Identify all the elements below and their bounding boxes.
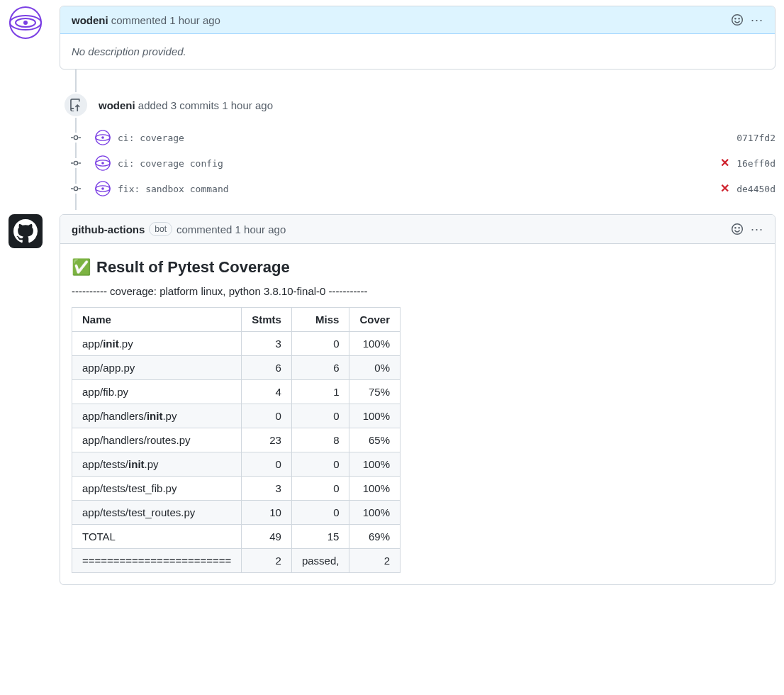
cell-cover: 0% [349, 356, 401, 380]
cell-miss: 0 [291, 332, 349, 356]
kebab-icon[interactable]: ··· [751, 13, 763, 26]
table-row: app/handlers/routes.py23865% [72, 428, 401, 452]
commit-message[interactable]: fix: sandbox command [118, 184, 229, 194]
cell-stmts: 6 [242, 356, 292, 380]
svg-point-3 [23, 21, 28, 25]
commit-avatar[interactable] [95, 155, 111, 171]
no-description-text: No description provided. [72, 45, 186, 57]
cell-cover: 100% [349, 477, 401, 501]
repo-push-icon [63, 92, 89, 118]
table-row: TOTAL491569% [72, 525, 401, 549]
cell-miss: 0 [291, 477, 349, 501]
avatar[interactable] [9, 214, 43, 248]
svg-point-7 [74, 135, 77, 139]
push-event: wodeni added 3 commits 1 hour ago [60, 92, 775, 118]
cell-stmts: 0 [242, 404, 292, 428]
commit-sha[interactable]: de4450d [737, 184, 775, 194]
comment-body: ✅ Result of Pytest Coverage ---------- c… [60, 244, 775, 584]
comment-header: github-actions bot commented 1 hour ago … [60, 215, 775, 244]
cell-cover: 2 [349, 549, 401, 573]
commit-row: ci: coverage0717fd2 [60, 125, 775, 150]
cell-miss: 6 [291, 356, 349, 380]
event-time: 1 hour ago [222, 99, 273, 111]
svg-point-12 [101, 136, 104, 139]
table-row: app/handlers/init.py00100% [72, 404, 401, 428]
commit-icon [71, 133, 81, 143]
coverage-table: Name Stmts Miss Cover app/init.py30100%a… [72, 307, 401, 573]
col-name: Name [72, 308, 242, 332]
status-fail-icon[interactable]: ✕ [720, 157, 729, 169]
event-author[interactable]: wodeni [99, 99, 135, 111]
event-text: added 3 commits [138, 99, 219, 111]
col-stmts: Stmts [242, 308, 292, 332]
cell-stmts: 3 [242, 477, 292, 501]
commit-sha[interactable]: 16eff0d [737, 158, 775, 169]
cell-name: app/tests/test_fib.py [72, 477, 242, 501]
cell-miss: 0 [291, 404, 349, 428]
kebab-icon[interactable]: ··· [751, 223, 763, 235]
cell-miss: 8 [291, 428, 349, 452]
cell-name: app/handlers/routes.py [72, 428, 242, 452]
cell-cover: 100% [349, 452, 401, 477]
cell-miss: 15 [291, 525, 349, 549]
comment-meta: commented 1 hour ago [177, 223, 286, 235]
table-row: app/tests/test_routes.py100100% [72, 501, 401, 525]
table-row: ========================2passed,2 [72, 549, 401, 573]
comment-header: wodeni commented 1 hour ago ··· [60, 6, 775, 34]
comment-author[interactable]: github-actions [72, 223, 145, 235]
cell-name: app/handlers/init.py [72, 404, 242, 428]
svg-point-4 [732, 15, 743, 26]
cell-cover: 69% [349, 525, 401, 549]
commit-avatar[interactable] [95, 130, 111, 145]
commit-row: ci: coverage config✕16eff0d [60, 150, 775, 176]
emoji-icon[interactable] [731, 13, 744, 26]
svg-point-26 [735, 228, 736, 228]
cell-name: TOTAL [72, 525, 242, 549]
avatar[interactable] [9, 6, 43, 40]
cell-stmts: 3 [242, 332, 292, 356]
cell-miss: 0 [291, 452, 349, 477]
cell-cover: 100% [349, 501, 401, 525]
cell-stmts: 4 [242, 380, 292, 404]
svg-point-25 [732, 224, 743, 235]
table-row: app/tests/init.py00100% [72, 452, 401, 477]
commit-message[interactable]: ci: coverage [118, 133, 184, 143]
coverage-caption: ---------- coverage: platform linux, pyt… [72, 285, 763, 297]
cell-stmts: 10 [242, 501, 292, 525]
cell-name: app/fib.py [72, 380, 242, 404]
bot-badge: bot [149, 222, 172, 236]
status-fail-icon[interactable]: ✕ [720, 183, 729, 194]
svg-point-13 [74, 161, 77, 165]
comment-box: github-actions bot commented 1 hour ago … [60, 214, 775, 585]
commit-sha[interactable]: 0717fd2 [737, 133, 775, 143]
commit-icon [71, 184, 81, 194]
table-row: app/tests/test_fib.py30100% [72, 477, 401, 501]
check-icon: ✅ [72, 258, 91, 277]
cell-stmts: 49 [242, 525, 292, 549]
cell-cover: 100% [349, 404, 401, 428]
coverage-title: ✅ Result of Pytest Coverage [72, 258, 763, 277]
emoji-icon[interactable] [731, 223, 744, 235]
svg-point-24 [101, 187, 104, 190]
commit-icon [71, 158, 81, 168]
cell-cover: 65% [349, 428, 401, 452]
cell-stmts: 23 [242, 428, 292, 452]
cell-stmts: 0 [242, 452, 292, 477]
cell-name: app/tests/init.py [72, 452, 242, 477]
col-cover: Cover [349, 308, 401, 332]
svg-point-5 [735, 18, 736, 19]
comment-body: No description provided. [60, 34, 775, 69]
comment-author[interactable]: wodeni [72, 14, 108, 26]
svg-point-18 [101, 162, 104, 165]
cell-miss: 0 [291, 501, 349, 525]
cell-name: app/app.py [72, 356, 242, 380]
cell-stmts: 2 [242, 549, 292, 573]
comment-meta: commented 1 hour ago [111, 14, 220, 26]
comment-box: wodeni commented 1 hour ago ··· No descr [60, 6, 775, 70]
cell-miss: 1 [291, 380, 349, 404]
commit-avatar[interactable] [95, 181, 111, 196]
cell-miss: passed, [291, 549, 349, 573]
commit-message[interactable]: ci: coverage config [118, 158, 223, 169]
table-row: app/fib.py4175% [72, 380, 401, 404]
cell-name: ======================== [72, 549, 242, 573]
